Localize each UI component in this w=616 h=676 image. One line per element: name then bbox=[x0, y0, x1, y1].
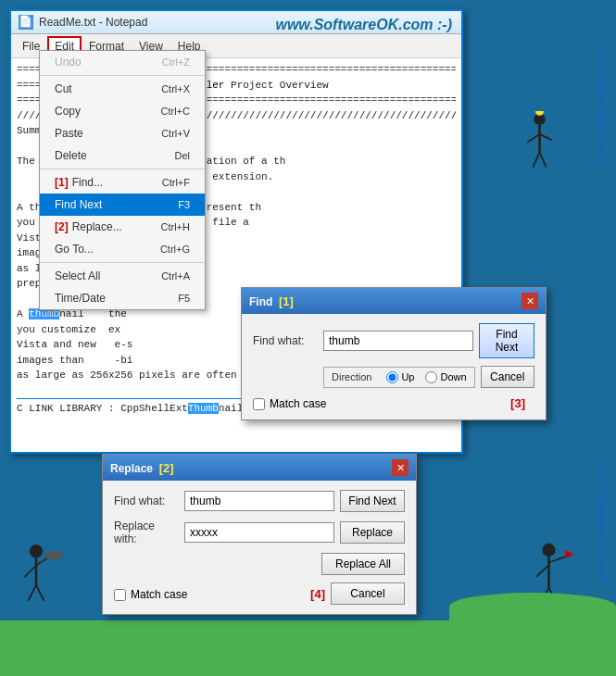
match-case-checkbox[interactable] bbox=[253, 398, 265, 410]
find-what-row: Find what: Find Next bbox=[253, 323, 534, 358]
direction-group: Direction Up Down bbox=[323, 367, 475, 388]
replace-bottom-row: Match case [4] Cancel bbox=[114, 582, 405, 605]
replace-cancel-button[interactable]: Cancel bbox=[331, 582, 405, 605]
svg-line-12 bbox=[540, 134, 552, 140]
svg-line-6 bbox=[29, 585, 37, 601]
menu-cut[interactable]: Cut Ctrl+X bbox=[40, 78, 205, 100]
find-bottom-row: Match case [3] bbox=[253, 395, 534, 410]
dropdown-separator-3 bbox=[40, 262, 205, 263]
menu-replace[interactable]: [2]Replace... Ctrl+H bbox=[40, 216, 205, 238]
svg-line-7 bbox=[36, 585, 44, 601]
replace-with-input[interactable] bbox=[184, 522, 334, 543]
svg-line-14 bbox=[540, 152, 547, 167]
svg-rect-4 bbox=[46, 551, 62, 559]
find-what-input[interactable] bbox=[323, 331, 473, 351]
replace-all-row: Replace All bbox=[114, 553, 405, 575]
find-dialog-close-button[interactable]: ✕ bbox=[522, 293, 538, 309]
replace-dialog: Replace [2] ✕ Find what: Find Next Repla… bbox=[102, 454, 417, 615]
svg-line-2 bbox=[24, 566, 36, 578]
menu-select-all[interactable]: Select All Ctrl+A bbox=[40, 265, 205, 287]
svg-line-11 bbox=[527, 134, 539, 143]
replace-dialog-title: Replace [2] bbox=[110, 461, 174, 475]
direction-down-radio[interactable]: Down bbox=[425, 371, 466, 383]
find-cancel-button[interactable]: Cancel bbox=[481, 366, 534, 388]
ground-curve bbox=[449, 593, 616, 620]
find-dialog-body: Find what: Find Next Direction Up Down C… bbox=[242, 314, 546, 419]
find-badge3: [3] bbox=[510, 396, 525, 410]
notepad-title: ReadMe.txt - Notepad bbox=[39, 16, 147, 29]
find-dialog-title: Find [1] bbox=[249, 294, 294, 308]
notepad-icon: 📄 bbox=[19, 15, 33, 30]
dropdown-separator-2 bbox=[40, 169, 205, 169]
match-case-row: Match case bbox=[253, 397, 326, 410]
replace-find-what-label: Find what: bbox=[114, 494, 179, 507]
replace-dialog-close-button[interactable]: ✕ bbox=[392, 459, 409, 476]
replace-with-row: Replace with: Replace bbox=[114, 520, 405, 545]
find-what-label: Find what: bbox=[253, 334, 318, 347]
find-dialog-titlebar: Find [1] ✕ bbox=[242, 288, 546, 314]
replace-match-case-checkbox[interactable] bbox=[114, 589, 126, 601]
svg-line-13 bbox=[533, 152, 539, 167]
edit-dropdown-menu: Undo Ctrl+Z Cut Ctrl+X Copy Ctrl+C Paste… bbox=[39, 50, 206, 310]
replace-match-case-row: Match case bbox=[114, 588, 187, 601]
replace-badge4: [4] bbox=[310, 587, 325, 601]
softwareok-vertical-right-top: www.SoftwareOK.com bbox=[596, 46, 609, 165]
replace-match-case-label: Match case bbox=[131, 588, 187, 601]
website-label: www.SoftwareOK.com :-) bbox=[275, 17, 452, 33]
svg-line-3 bbox=[36, 557, 48, 566]
replace-button[interactable]: Replace bbox=[340, 521, 405, 544]
softwareok-vertical-right-bottom: www.SoftwareOK.com bbox=[596, 465, 609, 583]
menu-find[interactable]: [1]Find... Ctrl+F bbox=[40, 171, 205, 194]
replace-find-what-input[interactable] bbox=[184, 491, 334, 511]
replace-with-label: Replace with: bbox=[114, 520, 179, 545]
direction-label: Direction bbox=[332, 371, 371, 382]
replace-find-what-row: Find what: Find Next bbox=[114, 490, 405, 512]
svg-point-0 bbox=[30, 545, 43, 557]
menu-find-next[interactable]: Find Next F3 bbox=[40, 194, 205, 216]
dropdown-separator bbox=[40, 75, 205, 76]
replace-all-button[interactable]: Replace All bbox=[321, 553, 405, 575]
find-next-button[interactable]: Find Next bbox=[479, 323, 534, 358]
svg-marker-19 bbox=[566, 550, 574, 558]
find-dialog: Find [1] ✕ Find what: Find Next Directio… bbox=[241, 287, 547, 420]
menu-paste[interactable]: Paste Ctrl+V bbox=[40, 122, 205, 144]
direction-up-radio[interactable]: Up bbox=[386, 371, 414, 383]
replace-find-next-button[interactable]: Find Next bbox=[340, 490, 405, 512]
menu-copy[interactable]: Copy Ctrl+C bbox=[40, 100, 205, 122]
replace-dialog-body: Find what: Find Next Replace with: Repla… bbox=[103, 481, 416, 614]
match-case-label: Match case bbox=[270, 397, 326, 410]
direction-row: Direction Up Down Cancel bbox=[253, 366, 534, 388]
menu-goto[interactable]: Go To... Ctrl+G bbox=[40, 238, 205, 260]
figure-right-top bbox=[514, 111, 565, 185]
menu-time-date[interactable]: Time/Date F5 bbox=[40, 287, 205, 309]
figure-left bbox=[14, 542, 74, 620]
svg-line-18 bbox=[549, 557, 566, 562]
replace-dialog-titlebar: Replace [2] ✕ bbox=[103, 455, 416, 481]
menu-undo[interactable]: Undo Ctrl+Z bbox=[40, 51, 205, 73]
svg-line-17 bbox=[536, 565, 549, 577]
svg-point-15 bbox=[542, 544, 555, 557]
ground bbox=[0, 620, 616, 676]
menu-delete[interactable]: Delete Del bbox=[40, 144, 205, 167]
